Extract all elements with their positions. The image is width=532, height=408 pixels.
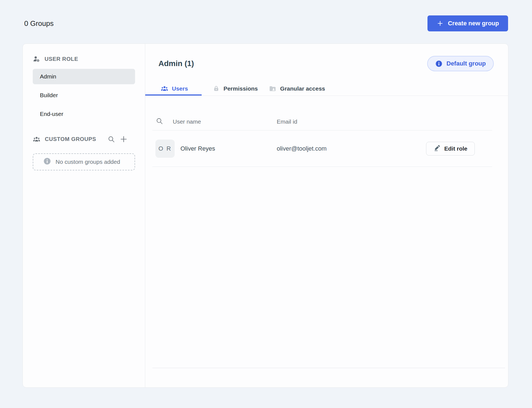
users-table: User name Email id O R Oliver Reyes oliv… bbox=[152, 113, 492, 167]
group-details-panel: Admin (1) Default group bbox=[145, 44, 508, 387]
user-email: oliver@tooljet.com bbox=[277, 145, 426, 152]
folder-user-icon bbox=[269, 85, 276, 93]
edit-role-button[interactable]: Edit role bbox=[426, 142, 475, 156]
search-custom-groups-button[interactable] bbox=[108, 135, 115, 143]
column-email-id: Email id bbox=[277, 118, 492, 125]
sidebar-item-end-user[interactable]: End-user bbox=[33, 106, 135, 122]
custom-groups-header: CUSTOM GROUPS bbox=[33, 135, 135, 143]
user-role-label: USER ROLE bbox=[45, 56, 78, 62]
add-custom-group-button[interactable] bbox=[119, 135, 128, 143]
page-title: 0 Groups bbox=[24, 19, 54, 28]
user-name: Oliver Reyes bbox=[180, 145, 215, 152]
empty-state-label: No custom groups added bbox=[56, 159, 120, 165]
custom-groups-label: CUSTOM GROUPS bbox=[45, 136, 96, 142]
default-group-badge[interactable]: Default group bbox=[427, 56, 494, 71]
groups-card: USER ROLE Admin Builder End-user CUSTOM … bbox=[23, 43, 508, 388]
edit-role-label: Edit role bbox=[444, 145, 467, 152]
default-group-label: Default group bbox=[446, 60, 486, 67]
table-header-row: User name Email id bbox=[152, 113, 492, 130]
groups-sidebar: USER ROLE Admin Builder End-user CUSTOM … bbox=[23, 44, 145, 387]
avatar: O R bbox=[155, 140, 175, 158]
panel-bottom-divider bbox=[152, 368, 505, 368]
group-header: Admin (1) Default group bbox=[158, 56, 494, 71]
sidebar-item-admin[interactable]: Admin bbox=[33, 69, 135, 84]
users-group-icon bbox=[33, 135, 40, 143]
table-row: O R Oliver Reyes oliver@tooljet.com Edit… bbox=[152, 130, 492, 167]
user-role-header: USER ROLE bbox=[33, 55, 135, 63]
sidebar-item-builder[interactable]: Builder bbox=[33, 88, 135, 103]
tab-bar: Users Permissions bbox=[145, 83, 508, 96]
info-icon bbox=[43, 157, 51, 167]
tab-granular-access-label: Granular access bbox=[280, 85, 325, 92]
role-list: Admin Builder End-user bbox=[33, 69, 135, 122]
lock-icon bbox=[213, 85, 220, 92]
user-gear-icon bbox=[33, 55, 40, 63]
user-cell: O R Oliver Reyes bbox=[152, 140, 277, 158]
tab-permissions-label: Permissions bbox=[223, 85, 258, 92]
tab-users[interactable]: Users bbox=[145, 83, 202, 96]
no-custom-groups-box: No custom groups added bbox=[33, 153, 135, 170]
create-new-group-button[interactable]: Create new group bbox=[427, 15, 508, 31]
table-search-icon[interactable] bbox=[156, 117, 163, 126]
topbar: 0 Groups Create new group bbox=[24, 12, 508, 34]
create-button-label: Create new group bbox=[448, 20, 499, 27]
tab-permissions[interactable]: Permissions bbox=[213, 83, 258, 96]
tab-granular-access[interactable]: Granular access bbox=[269, 83, 325, 96]
info-icon bbox=[435, 60, 443, 67]
column-user-name: User name bbox=[152, 118, 277, 125]
plus-icon bbox=[119, 135, 128, 143]
tab-users-label: Users bbox=[172, 85, 188, 92]
group-title: Admin (1) bbox=[158, 59, 194, 68]
search-icon bbox=[108, 135, 115, 143]
pencil-icon bbox=[434, 145, 440, 153]
plus-icon bbox=[437, 20, 444, 27]
users-group-icon bbox=[161, 85, 168, 93]
